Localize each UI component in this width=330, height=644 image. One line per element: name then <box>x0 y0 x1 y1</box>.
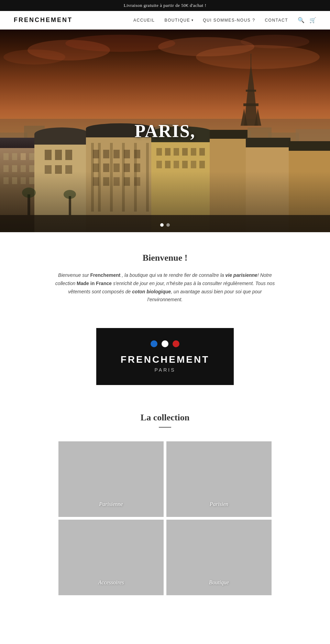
main-nav: ACCUEIL BOUTIQUE ▾ QUI SOMMES-NOUS ? CON… <box>133 17 316 23</box>
collection-item-label-parisien: Parisien <box>210 501 228 507</box>
collection-item-parisienne[interactable]: Parisienne <box>58 441 164 517</box>
collection-divider <box>159 427 171 428</box>
welcome-text: Bienvenue sur Frenchement , la boutique … <box>52 271 278 304</box>
logo-card: FRENCHEMENT PARIS <box>96 328 234 385</box>
hero-dots <box>160 223 170 227</box>
collection-item-label-boutique: Boutique <box>209 579 229 586</box>
logo-card-title: FRENCHEMENT <box>107 354 223 365</box>
hero-title: PARIS, <box>134 121 195 141</box>
logo-dot-red <box>173 340 179 347</box>
logo-dot-white <box>162 340 168 347</box>
welcome-section: Bienvenue ! Bienvenue sur Frenchement , … <box>45 232 285 318</box>
collection-item-label-accessoires: Accessoires <box>98 579 124 586</box>
banner-text: Livraison gratuite à partir de 50€ d'ach… <box>124 3 207 8</box>
nav-contact[interactable]: CONTACT <box>265 18 288 23</box>
welcome-title: Bienvenue ! <box>52 253 278 263</box>
logo-dot-blue <box>151 340 157 347</box>
nav-qui-sommes-nous[interactable]: QUI SOMMES-NOUS ? <box>203 18 255 23</box>
top-banner: Livraison gratuite à partir de 50€ d'ach… <box>0 0 330 11</box>
welcome-brand: Frenchement <box>90 272 120 278</box>
hero-text-container: PARIS, <box>134 121 195 141</box>
welcome-coton: coton biologique <box>132 289 171 294</box>
logo-card-dots <box>107 340 223 347</box>
nav-icons: 🔍 🛒 <box>298 17 316 23</box>
collection-item-label-parisienne: Parisienne <box>99 501 123 507</box>
welcome-vie: vie parisienne <box>226 272 257 278</box>
collection-item-parisien[interactable]: Parisien <box>166 441 272 517</box>
chevron-down-icon: ▾ <box>191 18 193 22</box>
collection-grid: Parisienne Parisien Accessoires Boutique <box>58 441 272 595</box>
hero-section: PARIS, <box>0 30 330 232</box>
welcome-text-mid1: , la boutique qui va te rendre fier de c… <box>120 272 225 278</box>
logo[interactable]: FRENCHEMENT <box>14 16 73 24</box>
collection-item-accessoires[interactable]: Accessoires <box>58 520 164 595</box>
cart-icon[interactable]: 🛒 <box>309 17 316 23</box>
header: FRENCHEMENT ACCUEIL BOUTIQUE ▾ QUI SOMME… <box>0 11 330 30</box>
welcome-made-in-france: Made in France <box>77 281 112 286</box>
collection-section: La collection Parisienne Parisien Access… <box>0 395 330 609</box>
nav-accueil[interactable]: ACCUEIL <box>133 18 155 23</box>
logo-card-subtitle: PARIS <box>107 367 223 373</box>
nav-boutique[interactable]: BOUTIQUE <box>165 18 190 23</box>
collection-item-boutique[interactable]: Boutique <box>166 520 272 595</box>
hero-dot-2[interactable] <box>166 223 170 227</box>
nav-boutique-wrapper[interactable]: BOUTIQUE ▾ <box>165 18 194 23</box>
hero-dot-1[interactable] <box>160 223 164 227</box>
collection-title: La collection <box>7 413 323 423</box>
search-icon[interactable]: 🔍 <box>298 17 305 23</box>
welcome-text-intro: Bienvenue sur <box>58 272 90 278</box>
